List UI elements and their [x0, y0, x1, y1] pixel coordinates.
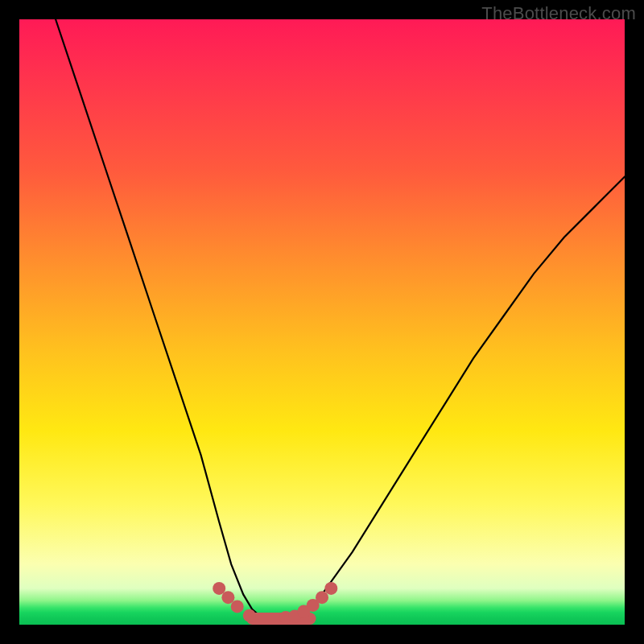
bottleneck-curve-right — [274, 177, 625, 621]
plot-area — [19, 19, 625, 625]
chart-frame: TheBottleneck.com — [0, 0, 644, 644]
marker-dot — [316, 591, 328, 604]
marker-dot — [324, 582, 337, 595]
marker-dot — [231, 600, 244, 613]
marker-dot — [243, 609, 256, 622]
bottleneck-curve-left — [56, 19, 274, 620]
curve-svg — [19, 19, 625, 625]
